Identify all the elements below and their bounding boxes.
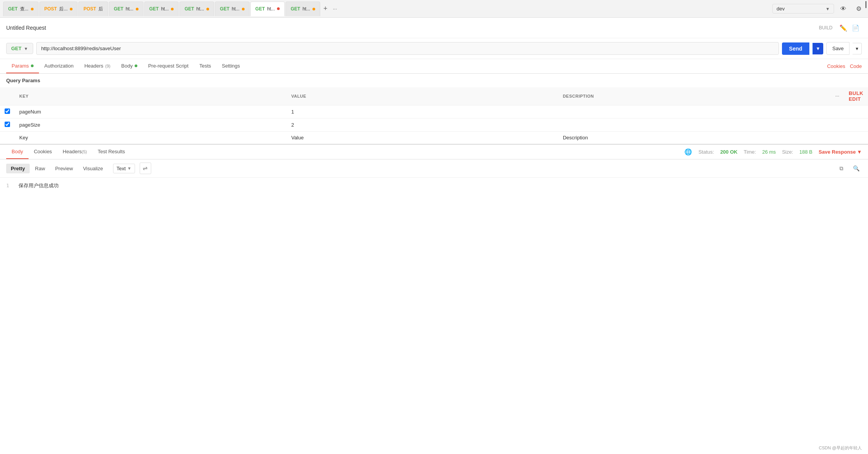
request-tab-8[interactable]: GETht... <box>285 2 320 16</box>
request-tab-0[interactable]: GET查... <box>3 2 39 16</box>
method-dropdown[interactable]: GET ▼ <box>6 43 33 54</box>
req-tab-body[interactable]: Body <box>116 59 143 73</box>
code-link[interactable]: Code <box>850 63 862 69</box>
param-checkbox-1[interactable] <box>5 122 10 127</box>
req-tab-authorization[interactable]: Authorization <box>39 59 79 73</box>
wrap-lines-button[interactable]: ⇌ <box>140 163 151 174</box>
save-button[interactable]: Save <box>826 42 849 55</box>
param-checkbox-0[interactable] <box>5 108 10 114</box>
req-tab-label-prerequest: Pre-request Script <box>148 63 189 69</box>
request-tab-2[interactable]: POST后 <box>78 2 108 16</box>
format-tab-visualize[interactable]: Visualize <box>78 164 108 173</box>
resp-tab-label-body: Body <box>12 149 23 154</box>
build-label: BUILD <box>819 25 833 30</box>
bulk-edit-more-icon[interactable]: ··· <box>835 94 839 98</box>
req-tab-headers[interactable]: Headers(9) <box>79 59 116 73</box>
req-tab-dot-params <box>31 64 34 67</box>
request-tab-4[interactable]: GETht... <box>144 2 179 16</box>
req-tab-badge-headers: (9) <box>105 64 110 68</box>
req-tab-params[interactable]: Params <box>6 59 39 73</box>
bulk-edit-button[interactable]: Bulk Edit <box>849 90 863 102</box>
tab-label-0: 查... <box>20 6 29 12</box>
req-tab-label-tests: Tests <box>199 63 211 69</box>
format-tab-raw[interactable]: Raw <box>30 164 50 173</box>
params-rows: pageNum 1 pageSize 2 Key Value Descripti… <box>0 105 868 144</box>
tab-label-2: 后 <box>98 6 103 12</box>
request-tab-7[interactable]: GETht... <box>250 2 285 16</box>
param-desc-0[interactable] <box>558 105 831 119</box>
more-tabs-button[interactable]: ··· <box>331 6 339 12</box>
resp-tab-headers[interactable]: Headers(5) <box>57 145 93 159</box>
request-tab-6[interactable]: GETht... <box>215 2 250 16</box>
param-value-0[interactable]: 1 <box>287 105 558 119</box>
req-tab-label-settings: Settings <box>222 63 240 69</box>
tab-method-0: GET <box>8 6 18 12</box>
add-tab-button[interactable]: + <box>321 5 330 13</box>
save-response-button[interactable]: Save Response ▼ <box>819 149 862 155</box>
tab-dot-6 <box>242 8 245 10</box>
resp-tab-body[interactable]: Body <box>6 145 29 159</box>
resp-tab-cookies[interactable]: Cookies <box>29 145 57 159</box>
tab-label-6: ht... <box>232 6 240 12</box>
placeholder-value[interactable]: Value <box>287 132 558 144</box>
format-dropdown[interactable]: Text ▼ <box>113 164 135 173</box>
format-tab-preview[interactable]: Preview <box>51 164 78 173</box>
format-bar: PrettyRawPreviewVisualize Text ▼ ⇌ ⧉ 🔍 <box>0 159 868 178</box>
save-response-chevron-icon: ▼ <box>857 149 862 155</box>
settings-icon[interactable]: ⚙ <box>853 3 865 15</box>
env-chevron-icon: ▼ <box>826 7 830 11</box>
doc-icon[interactable]: 📄 <box>849 22 862 34</box>
tab-dot-7 <box>277 7 280 10</box>
eye-icon[interactable]: 👁 <box>837 3 849 15</box>
placeholder-desc[interactable]: Description <box>558 132 831 144</box>
format-tabs-container: PrettyRawPreviewVisualize <box>6 164 108 173</box>
request-tab-5[interactable]: GETht... <box>179 2 214 16</box>
tab-label-5: ht... <box>196 6 204 12</box>
resp-tab-label-cookies: Cookies <box>34 149 52 154</box>
param-key-1[interactable]: pageSize <box>15 119 287 132</box>
send-button[interactable]: Send <box>782 42 809 55</box>
method-chevron-icon: ▼ <box>24 46 28 51</box>
status-value: 200 OK <box>720 149 738 155</box>
format-tab-label-0: Pretty <box>11 166 25 171</box>
param-key-0[interactable]: pageNum <box>15 105 287 119</box>
format-tab-pretty[interactable]: Pretty <box>6 164 30 173</box>
env-selector[interactable]: dev ▼ <box>772 4 834 14</box>
request-tab-3[interactable]: GETht... <box>109 2 144 16</box>
req-tab-settings[interactable]: Settings <box>216 59 245 73</box>
send-dropdown-button[interactable]: ▼ <box>812 43 824 54</box>
cookies-link[interactable]: Cookies <box>827 63 845 69</box>
copy-button[interactable]: ⧉ <box>836 163 847 174</box>
tab-method-7: GET <box>255 6 265 12</box>
url-input[interactable] <box>36 42 779 55</box>
format-chevron-icon: ▼ <box>127 166 132 171</box>
resp-tab-test-results[interactable]: Test Results <box>92 145 130 159</box>
req-tab-tests[interactable]: Tests <box>194 59 216 73</box>
search-button[interactable]: 🔍 <box>850 163 862 174</box>
env-label: dev <box>777 6 785 12</box>
req-tab-label-authorization: Authorization <box>44 63 74 69</box>
params-table: KEY VALUE DESCRIPTION ··· Bulk Edit page… <box>0 87 868 144</box>
placeholder-key[interactable]: Key <box>15 132 287 144</box>
query-params-title: Query Params <box>0 74 868 87</box>
value-col-header: VALUE <box>287 87 558 105</box>
tab-dot-5 <box>206 8 209 10</box>
save-dropdown-button[interactable]: ▼ <box>853 43 862 54</box>
globe-icon: 🌐 <box>684 148 692 156</box>
tab-dot-1 <box>70 8 73 10</box>
param-desc-1[interactable] <box>558 119 831 132</box>
edit-icon[interactable]: ✏️ <box>837 22 849 34</box>
bulk-edit-col: Bulk Edit <box>844 87 868 105</box>
request-tab-1[interactable]: POST后... <box>39 2 78 16</box>
response-status-bar: 🌐 Status: 200 OK Time: 26 ms Size: 188 B… <box>684 148 862 156</box>
req-tab-prerequest[interactable]: Pre-request Script <box>143 59 194 73</box>
check-col-header <box>0 87 15 105</box>
tab-dot-4 <box>171 8 174 10</box>
tab-dot-3 <box>136 8 138 10</box>
format-right-actions: ⧉ 🔍 <box>836 163 862 174</box>
tab-dot-8 <box>312 8 315 10</box>
req-tab-label-params: Params <box>12 63 29 69</box>
query-params-section: Query Params KEY VALUE DESCRIPTION ··· B… <box>0 74 868 144</box>
req-tab-label-body: Body <box>121 63 133 69</box>
param-value-1[interactable]: 2 <box>287 119 558 132</box>
